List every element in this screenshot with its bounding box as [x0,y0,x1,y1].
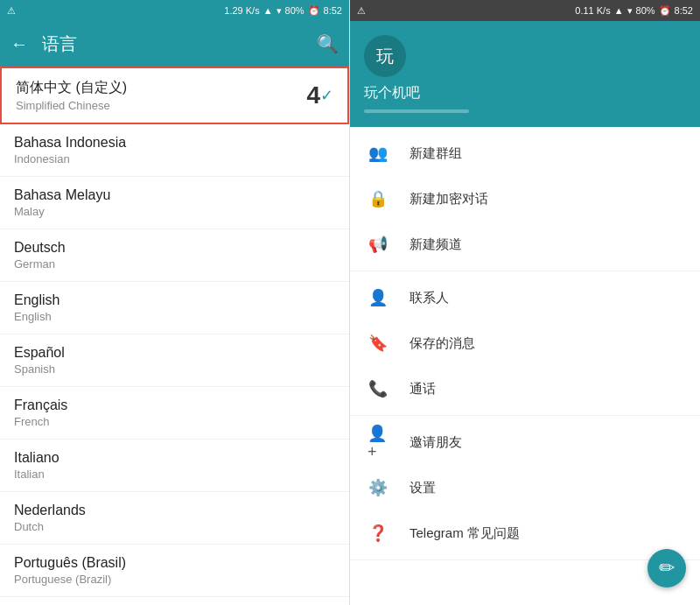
language-item-6[interactable]: FrançaisFrench [0,387,349,440]
language-item-1[interactable]: Bahasa IndonesiaIndonesian [0,124,349,177]
drawer-item-1-2[interactable]: 📞通话 [350,366,700,412]
drawer-menu: 👥新建群组🔒新建加密对话📢新建频道👤联系人🔖保存的消息📞通话👤+邀请朋友⚙️设置… [350,127,700,605]
drawer-item-label-0-0: 新建群组 [410,145,462,162]
compose-icon: ✏ [659,557,675,580]
language-item-2[interactable]: Bahasa MelayuMalay [0,177,349,229]
drawer-item-label-0-1: 新建加密对话 [410,191,488,208]
status-right: 1.29 K/s ▲ ▾ 80% ⏰ 8:52 [224,5,342,17]
lang-subtitle-4: English [14,310,335,323]
language-item-7[interactable]: ItalianoItalian [0,440,349,492]
lang-subtitle-8: Dutch [14,520,335,533]
language-item-3[interactable]: DeutschGerman [0,229,349,282]
right-status-left: ⚠ [357,5,366,17]
avatar: 玩 [364,35,406,77]
page-title: 语言 [42,32,303,56]
right-panel: ⚠ 0.11 K/s ▲ ▾ 80% ⏰ 8:52 玩 玩个机吧 👥新建群组🔒新… [350,0,700,605]
invite-friends-icon: 👤+ [368,432,388,453]
lang-subtitle-0: Simplified Chinese [16,99,299,112]
right-clock-icon: ⏰ [659,5,671,17]
lang-name-5: Español [14,345,335,361]
right-search-area [658,21,700,67]
lang-subtitle-7: Italian [14,468,335,481]
lang-name-6: Français [14,397,335,413]
username-label: 玩个机吧 [364,84,686,102]
language-item-8[interactable]: NederlandsDutch [0,492,349,545]
lang-name-4: English [14,292,335,308]
right-status-right: 0.11 K/s ▲ ▾ 80% ⏰ 8:52 [575,5,693,17]
right-warning-icon: ⚠ [357,5,366,17]
drawer-item-label-1-2: 通话 [410,381,436,397]
drawer-item-2-0[interactable]: 👤+邀请朋友 [350,419,700,465]
right-signal-icon: ▲ [614,5,624,16]
left-panel: ⚠ 1.29 K/s ▲ ▾ 80% ⏰ 8:52 ← 语言 🔍 简体中文 (自… [0,0,350,605]
drawer-item-0-0[interactable]: 👥新建群组 [350,130,700,176]
drawer-item-label-2-0: 邀请朋友 [410,434,462,451]
lang-subtitle-3: German [14,257,335,271]
battery-text: 80% [285,5,304,16]
faq-icon: ❓ [368,523,388,544]
drawer-item-label-1-1: 保存的消息 [410,335,475,352]
search-button[interactable]: 🔍 [317,33,339,54]
lang-name-3: Deutsch [14,240,335,256]
signal-icon: ▲ [263,5,273,16]
right-status-bar: ⚠ 0.11 K/s ▲ ▾ 80% ⏰ 8:52 [350,0,700,21]
right-wifi-icon: ▾ [627,5,633,17]
compose-fab[interactable]: ✏ [648,549,686,587]
warning-icon: ⚠ [7,5,16,17]
new-channel-icon: 📢 [368,234,388,255]
new-group-icon: 👥 [368,143,388,164]
drawer-item-label-1-0: 联系人 [410,290,449,306]
drawer-item-0-1[interactable]: 🔒新建加密对话 [350,176,700,222]
lang-subtitle-1: Indonesian [14,152,335,165]
status-left: ⚠ [7,5,16,17]
status-subtitle [364,109,469,113]
language-item-4[interactable]: EnglishEnglish [0,282,349,334]
lang-name-0: 简体中文 (自定义) [16,79,299,97]
badge-number: 4 [306,81,320,109]
wifi-icon: ▾ [276,5,282,17]
drawer-section-0: 👥新建群组🔒新建加密对话📢新建频道 [350,127,700,271]
drawer-item-2-2[interactable]: ❓Telegram 常见问题 [350,510,700,556]
lang-name-2: Bahasa Melayu [14,187,335,203]
lang-name-7: Italiano [14,450,335,466]
language-item-5[interactable]: EspañolSpanish [0,334,349,387]
lang-subtitle-6: French [14,415,335,428]
right-speed-text: 0.11 K/s [575,5,610,16]
contacts-icon: 👤 [368,287,388,308]
drawer-item-label-0-2: 新建频道 [410,236,462,253]
clock-icon: ⏰ [308,5,320,17]
time-text: 8:52 [324,5,342,16]
saved-messages-icon: 🔖 [368,333,388,354]
drawer-section-1: 👤联系人🔖保存的消息📞通话 [350,271,700,416]
lang-subtitle-9: Portuguese (Brazil) [14,573,335,586]
speed-text: 1.29 K/s [224,5,259,16]
drawer-container: 玩 玩个机吧 👥新建群组🔒新建加密对话📢新建频道👤联系人🔖保存的消息📞通话👤+邀… [350,21,700,605]
drawer-header: 玩 玩个机吧 [350,21,700,127]
back-button[interactable]: ← [10,34,28,54]
language-item-0[interactable]: 简体中文 (自定义)Simplified Chinese4✓ [0,67,349,124]
new-secret-icon: 🔒 [368,188,388,209]
settings-icon: ⚙️ [368,477,388,498]
calls-icon: 📞 [368,378,388,399]
drawer-item-label-2-1: 设置 [410,480,436,496]
language-list: 简体中文 (自定义)Simplified Chinese4✓Bahasa Ind… [0,67,349,605]
drawer-item-0-2[interactable]: 📢新建频道 [350,222,700,267]
drawer-item-2-1[interactable]: ⚙️设置 [350,465,700,510]
lang-subtitle-5: Spanish [14,362,335,376]
right-battery-text: 80% [636,5,655,16]
right-time-text: 8:52 [675,5,693,16]
lang-subtitle-2: Malay [14,205,335,218]
left-status-bar: ⚠ 1.29 K/s ▲ ▾ 80% ⏰ 8:52 [0,0,349,21]
lang-name-1: Bahasa Indonesia [14,135,335,151]
lang-name-9: Português (Brasil) [14,555,335,571]
drawer-item-1-1[interactable]: 🔖保存的消息 [350,320,700,366]
left-toolbar: ← 语言 🔍 [0,21,349,67]
language-item-9[interactable]: Português (Brasil)Portuguese (Brazil) [0,545,349,597]
drawer-item-1-0[interactable]: 👤联系人 [350,275,700,320]
lang-name-8: Nederlands [14,503,335,518]
drawer-section-2: 👤+邀请朋友⚙️设置❓Telegram 常见问题 [350,416,700,560]
drawer-item-label-2-2: Telegram 常见问题 [410,525,520,542]
language-item-10[interactable]: РусскийRussian [0,597,349,605]
checkmark-icon: ✓ [320,86,333,105]
